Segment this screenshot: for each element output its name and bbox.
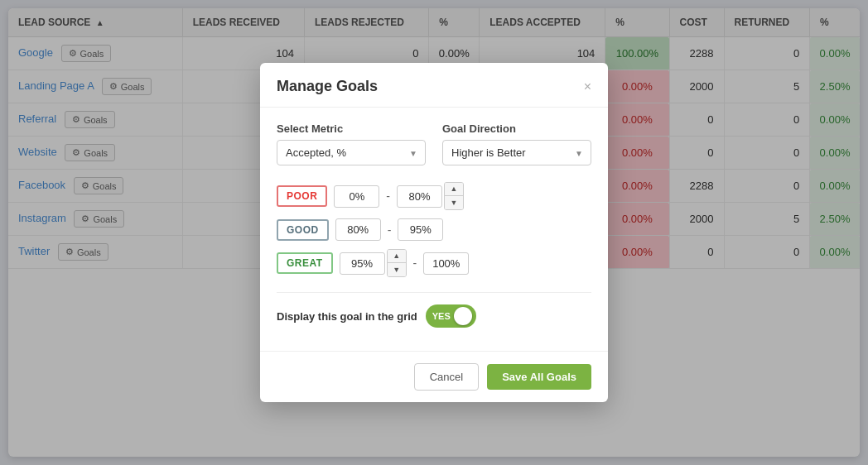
great-dash: - [413,256,417,270]
goal-rows: POOR - ▲ ▼ GOOD - [277,182,591,277]
direction-select-wrapper: Higher is Better [442,140,591,165]
metric-select-wrapper: Accepted, % [277,140,426,165]
modal-header: Manage Goals × [260,63,608,108]
badge-poor: POOR [277,185,327,207]
good-dash: - [388,223,392,237]
direction-label: Goal Direction [442,122,591,135]
cancel-button[interactable]: Cancel [414,363,479,391]
poor-spinner-up[interactable]: ▲ [445,183,463,196]
great-spinner-down[interactable]: ▼ [388,263,406,276]
poor-from-value[interactable] [334,185,379,208]
goal-row-good: GOOD - [277,218,591,241]
metric-select[interactable]: Accepted, % [277,140,426,165]
poor-to-group: ▲ ▼ [397,182,464,210]
goal-row-great: GREAT ▲ ▼ - [277,249,591,277]
great-from-value[interactable] [340,252,385,275]
metric-group: Select Metric Accepted, % [277,122,426,165]
modal-close-button[interactable]: × [584,80,591,93]
toggle-circle [454,307,472,325]
toggle-section: Display this goal in the grid YES [277,292,591,336]
direction-group: Goal Direction Higher is Better [442,122,591,165]
poor-spinner-down[interactable]: ▼ [445,196,463,209]
poor-dash: - [386,189,390,203]
badge-great: GREAT [277,252,333,274]
save-all-goals-button[interactable]: Save All Goals [487,364,591,390]
modal-title: Manage Goals [277,78,378,95]
great-from-group: ▲ ▼ [340,249,407,277]
toggle-switch[interactable]: YES [426,304,476,328]
metric-direction-row: Select Metric Accepted, % Goal Direction… [277,122,591,165]
poor-to-value[interactable] [397,185,442,208]
toggle-label: Display this goal in the grid [277,310,417,323]
great-spinner-up[interactable]: ▲ [388,250,406,263]
direction-select[interactable]: Higher is Better [442,140,591,165]
metric-label: Select Metric [277,122,426,135]
goal-row-poor: POOR - ▲ ▼ [277,182,591,210]
modal-body: Select Metric Accepted, % Goal Direction… [260,108,608,351]
badge-good: GOOD [277,219,329,241]
modal-overlay: Manage Goals × Select Metric Accepted, %… [0,0,868,465]
great-spinner: ▲ ▼ [387,249,407,277]
poor-spinner: ▲ ▼ [444,182,464,210]
manage-goals-modal: Manage Goals × Select Metric Accepted, %… [260,63,608,402]
good-from-value[interactable] [335,218,381,241]
great-to-value[interactable] [423,252,469,275]
modal-footer: Cancel Save All Goals [260,351,608,402]
toggle-yes-label: YES [432,311,451,321]
good-to-value[interactable] [398,218,443,241]
